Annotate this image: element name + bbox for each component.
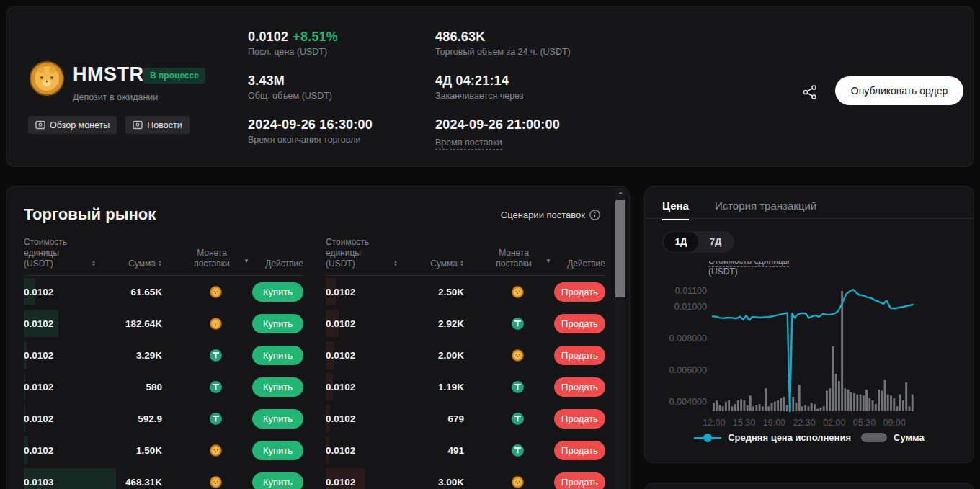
divider (645, 218, 974, 219)
buy-button[interactable]: Купить (252, 472, 303, 489)
publish-order-button[interactable]: Опубликовать ордер (835, 76, 963, 105)
status-badge: В процессе (143, 68, 205, 84)
delivery-scenarios-link[interactable]: Сценарии поставок (501, 210, 600, 220)
buy-button[interactable]: Купить (252, 409, 303, 429)
header-card: HMSTR В процессе Депозит в ожидании Обзо… (6, 6, 974, 167)
buy-button[interactable]: Купить (252, 314, 303, 333)
sell-button[interactable]: Продать (554, 472, 605, 489)
sell-table-row: 0.01022.92KПродать (326, 308, 605, 339)
stat-cell: 2024-09-26 16:30:00Время окончания торго… (248, 117, 435, 161)
volume-bar (713, 403, 715, 411)
price-volume-chart[interactable]: 0.011000.010000.0080000.0060000.00400012… (652, 259, 969, 431)
col-coin-header[interactable]: Монета поставки ▼ (162, 248, 249, 269)
row-price: 0.0102 (326, 413, 398, 424)
volume-bar (835, 374, 837, 411)
volume-bar (890, 395, 892, 411)
row-action: Купить (249, 472, 303, 489)
row-action: Продать (551, 409, 605, 429)
volume-bar (796, 403, 798, 411)
row-price: 0.0102 (24, 445, 96, 456)
row-price: 0.0102 (24, 382, 96, 392)
volume-bar (872, 400, 874, 411)
row-coin (162, 476, 249, 488)
hamster-coin-icon (512, 476, 524, 488)
sell-button[interactable]: Продать (554, 377, 605, 397)
coin-overview-icon (35, 120, 45, 130)
row-action: Продать (551, 282, 605, 302)
sell-table-row: 0.0102491Продать (326, 434, 605, 466)
sell-table-row: 0.01021.19KПродать (326, 371, 605, 403)
stat-value: 0.0102+8.51% (248, 30, 435, 45)
col-action-header: Действие (551, 259, 605, 269)
range-7d[interactable]: 7Д (698, 232, 733, 252)
buy-table-row: 0.010261.65KКупить (24, 276, 303, 308)
tab-price[interactable]: Цена (662, 199, 689, 220)
tab-transaction-history[interactable]: История транзакций (715, 199, 816, 220)
sell-table-body: 0.01022.50KПродать0.01022.92KПродать0.01… (326, 276, 605, 489)
stat-cell: 3.43MОбщ. объем (USDT) (248, 73, 435, 117)
news-button[interactable]: Новости (125, 116, 189, 134)
row-amount: 2.50K (398, 287, 464, 297)
share-icon[interactable] (801, 84, 819, 101)
row-amount: 182.64K (96, 318, 162, 329)
buy-button[interactable]: Купить (252, 441, 303, 460)
volume-bar (749, 395, 752, 411)
sell-order-table: Стоимость единицы (USDT) ▲▼ Сумма ▲▼ Мон… (326, 237, 605, 489)
row-price: 0.0102 (24, 350, 96, 361)
col-price-header[interactable]: Стоимость единицы (USDT) ▲▼ (326, 237, 398, 269)
coin-overview-button[interactable]: Обзор монеты (28, 116, 117, 134)
scrollbar: ⌃ (615, 189, 626, 489)
volume-bar (847, 390, 850, 411)
trading-market-panel: Торговый рынок Сценарии поставок Стоимос… (6, 186, 630, 489)
y-axis-tick: 0.01000 (674, 302, 707, 312)
buy-button[interactable]: Купить (252, 346, 303, 365)
row-action: Продать (551, 346, 605, 365)
tether-icon (512, 413, 524, 425)
sell-button[interactable]: Продать (554, 346, 605, 365)
row-amount: 3.00K (398, 477, 464, 488)
volume-bar (875, 404, 877, 411)
y-axis-tick: 0.008000 (669, 333, 707, 344)
row-price: 0.0102 (24, 287, 96, 297)
stat-label: Общ. объем (USDT) (248, 91, 332, 101)
delivery-scenarios-label: Сценарии поставок (501, 210, 585, 220)
x-axis-tick: 19:00 (763, 418, 785, 428)
x-axis-tick: 22:30 (793, 418, 815, 428)
scroll-up-icon[interactable]: ⌃ (615, 191, 625, 200)
volume-bar (865, 390, 868, 411)
row-action: Продать (551, 377, 605, 397)
buy-table-row: 0.0103468.31KКупить (24, 466, 303, 489)
news-icon (133, 120, 143, 130)
col-amount-header[interactable]: Сумма ▲▼ (398, 259, 464, 269)
volume-bar (740, 399, 742, 411)
sell-button[interactable]: Продать (554, 282, 605, 302)
row-amount: 2.92K (398, 318, 464, 329)
col-amount-header[interactable]: Сумма ▲▼ (96, 259, 162, 269)
col-price-header[interactable]: Стоимость единицы (USDT) ▲▼ (24, 237, 96, 269)
row-amount: 3.29K (96, 350, 162, 361)
scrollbar-thumb[interactable] (615, 200, 625, 297)
stat-cell: 0.0102+8.51%Посл. цена (USDT) (248, 30, 435, 73)
volume-bar (823, 406, 825, 411)
row-amount: 580 (96, 382, 162, 392)
hamster-coin-icon (210, 476, 222, 488)
chart-tabs: Цена История транзакций (662, 199, 816, 220)
row-price: 0.0102 (24, 318, 96, 329)
buy-button[interactable]: Купить (252, 377, 303, 397)
legend-avg-price[interactable]: Средняя цена исполнения (694, 432, 851, 443)
hamster-coin-icon (512, 286, 524, 298)
range-1d[interactable]: 1Д (664, 232, 698, 252)
row-coin (162, 318, 249, 330)
row-price: 0.0102 (326, 382, 398, 392)
volume-bar (881, 391, 883, 411)
sell-button[interactable]: Продать (554, 314, 605, 333)
volume-bar (762, 406, 764, 411)
sell-button[interactable]: Продать (554, 409, 605, 429)
hamster-coin-icon (210, 286, 222, 298)
volume-bar (777, 400, 779, 411)
legend-amount[interactable]: Сумма (861, 432, 925, 443)
sell-button[interactable]: Продать (554, 441, 605, 460)
buy-order-table: Стоимость единицы (USDT) ▲▼ Сумма ▲▼ Мон… (24, 237, 303, 489)
col-coin-header[interactable]: Монета поставки ▼ (464, 248, 551, 269)
buy-button[interactable]: Купить (252, 282, 303, 302)
